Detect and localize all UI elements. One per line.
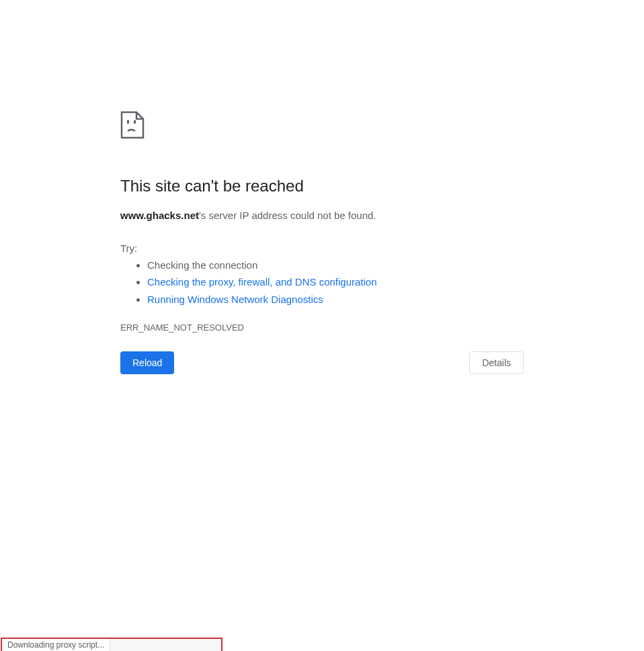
svg-rect-1 [134, 120, 136, 124]
suggestions-list: Checking the connection Checking the pro… [120, 257, 524, 308]
details-button[interactable]: Details [469, 351, 524, 374]
try-label: Try: [120, 243, 524, 254]
status-bar-tail [110, 639, 221, 651]
suggestion-item: Checking the connection [147, 257, 524, 274]
error-code: ERR_NAME_NOT_RESOLVED [120, 322, 524, 333]
error-title: This site can't be reached [120, 175, 524, 196]
suggestion-item: Checking the proxy, firewall, and DNS co… [147, 273, 524, 291]
reload-button[interactable]: Reload [120, 351, 174, 374]
error-message-suffix: 's server IP address could not be found. [199, 210, 376, 221]
svg-rect-0 [127, 120, 129, 124]
suggestion-text: Checking the connection [147, 259, 257, 271]
frown-page-icon [120, 111, 524, 142]
status-bar: Downloading proxy script... [1, 638, 223, 651]
error-subtitle: www.ghacks.net's server IP address could… [120, 208, 524, 224]
suggestion-link-diagnostics[interactable]: Running Windows Network Diagnostics [147, 294, 323, 305]
status-bar-text: Downloading proxy script... [2, 639, 110, 651]
error-content: This site can't be reached www.ghacks.ne… [120, 111, 524, 333]
error-domain: www.ghacks.net [120, 210, 199, 221]
suggestion-link-proxy[interactable]: Checking the proxy, firewall, and DNS co… [147, 276, 377, 288]
suggestion-item: Running Windows Network Diagnostics [147, 291, 524, 308]
button-row: Reload Details [120, 351, 524, 374]
